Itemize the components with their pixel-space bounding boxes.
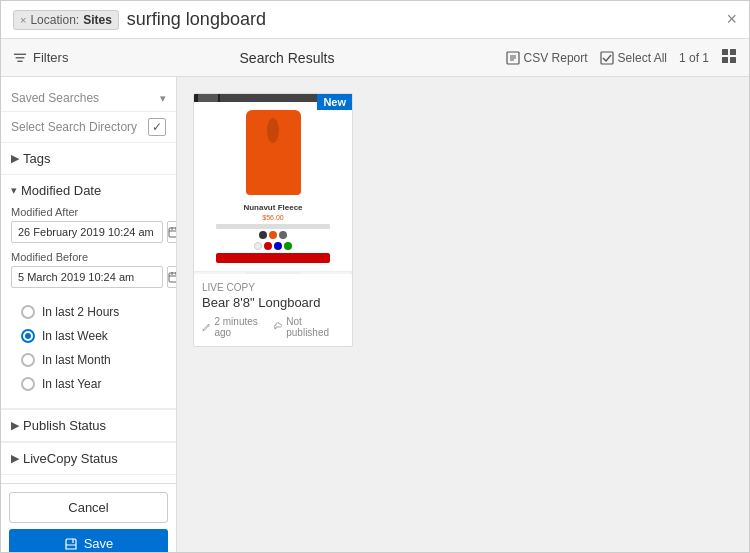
modified-date-chevron-icon: ▾ — [11, 184, 17, 197]
cancel-button[interactable]: Cancel — [9, 492, 168, 523]
svg-rect-10 — [722, 57, 728, 63]
search-directory-checkbox[interactable]: ✓ — [148, 118, 166, 136]
save-label: Save — [84, 536, 114, 551]
livecopy-status-chevron-icon: ▶ — [11, 452, 19, 465]
card-info: LIVE COPY Bear 8'8" Longboard 2 minutes … — [194, 274, 352, 346]
sidebar-content: Saved Searches ▾ Select Search Directory… — [1, 77, 176, 483]
livecopy-status-section-header[interactable]: ▶ LiveCopy Status — [1, 442, 176, 475]
main-area: Saved Searches ▾ Select Search Directory… — [1, 77, 749, 552]
livecopy-status-label: LiveCopy Status — [23, 451, 118, 466]
location-label: Location: — [30, 13, 79, 27]
save-button[interactable]: Save — [9, 529, 168, 552]
modified-after-row — [11, 221, 166, 243]
location-value: Sites — [83, 13, 112, 27]
radio-2h[interactable]: In last 2 Hours — [11, 300, 166, 324]
modified-date-section: ▾ Modified Date Modified After — [1, 175, 176, 409]
card-name: Bear 8'8" Longboard — [202, 295, 344, 310]
select-all-icon — [600, 51, 614, 65]
pencil-icon — [202, 322, 211, 332]
modified-before-row — [11, 266, 166, 288]
sidebar: Saved Searches ▾ Select Search Directory… — [1, 77, 177, 552]
svg-rect-7 — [601, 52, 613, 64]
grid-icon-svg — [721, 48, 737, 64]
page-title: surfing longboard — [127, 9, 719, 30]
publish-status-section-header[interactable]: ▶ Publish Status — [1, 409, 176, 442]
svg-rect-0 — [14, 53, 26, 54]
modified-after-input[interactable] — [11, 221, 163, 243]
location-close-icon[interactable]: × — [20, 14, 26, 26]
svg-line-20 — [208, 325, 209, 326]
radio-year[interactable]: In last Year — [11, 372, 166, 396]
results-grid: New — [193, 93, 733, 347]
publish-status-label: Publish Status — [23, 418, 106, 433]
top-bar: × Location: Sites surfing longboard × — [1, 1, 749, 39]
modified-date-label: Modified Date — [21, 183, 101, 198]
tags-chevron-icon: ▶ — [11, 152, 19, 165]
radio-label-year: In last Year — [42, 377, 101, 391]
svg-rect-8 — [722, 49, 728, 55]
radio-dot-week — [25, 333, 31, 339]
saved-searches-chevron-icon: ▾ — [160, 92, 166, 105]
radio-week[interactable]: In last Week — [11, 324, 166, 348]
page-count: 1 of 1 — [679, 51, 709, 65]
select-all-label: Select All — [618, 51, 667, 65]
card-time-text: 2 minutes ago — [214, 316, 273, 338]
radio-circle-month — [21, 353, 35, 367]
modified-date-header[interactable]: ▾ Modified Date — [11, 183, 166, 198]
saved-searches-label: Saved Searches — [11, 91, 160, 105]
filter-icon — [13, 51, 27, 65]
close-icon[interactable]: × — [726, 9, 737, 30]
live-copy-label: LIVE COPY — [202, 282, 344, 293]
svg-rect-9 — [730, 49, 736, 55]
svg-rect-1 — [16, 57, 25, 58]
card-meta: 2 minutes ago Not published — [202, 316, 344, 338]
modified-after-label: Modified After — [11, 206, 166, 218]
modified-after-calendar-icon[interactable] — [167, 221, 177, 243]
checkmark-icon: ✓ — [152, 120, 162, 134]
csv-icon — [506, 51, 520, 65]
sidebar-buttons: Cancel Save — [1, 483, 176, 552]
content-area: New — [177, 77, 749, 552]
radio-circle-week — [21, 329, 35, 343]
sub-bar: Filters Search Results CSV Report S — [1, 39, 749, 77]
csv-report-button[interactable]: CSV Report — [506, 51, 588, 65]
tags-section-header[interactable]: ▶ Tags — [1, 143, 176, 175]
search-directory-label: Select Search Directory — [11, 120, 142, 134]
tags-label: Tags — [23, 151, 50, 166]
svg-rect-11 — [730, 57, 736, 63]
search-directory-row[interactable]: Select Search Directory ✓ — [1, 112, 176, 143]
result-card[interactable]: New — [193, 93, 353, 347]
svg-rect-2 — [17, 60, 22, 61]
filters-button[interactable]: Filters — [13, 50, 68, 65]
card-status-text: Not published — [286, 316, 344, 338]
radio-label-month: In last Month — [42, 353, 111, 367]
radio-circle-2h — [21, 305, 35, 319]
sub-bar-right: CSV Report Select All 1 of 1 — [506, 48, 737, 67]
select-all-button[interactable]: Select All — [600, 51, 667, 65]
radio-month[interactable]: In last Month — [11, 348, 166, 372]
saved-searches-row[interactable]: Saved Searches ▾ — [1, 85, 176, 112]
cloud-icon — [274, 322, 283, 332]
card-status: Not published — [274, 316, 344, 338]
search-results-label: Search Results — [68, 50, 505, 66]
time-range-radio-group: In last 2 Hours In last Week In last Mon… — [11, 296, 166, 400]
location-tag[interactable]: × Location: Sites — [13, 10, 119, 30]
app-window: × Location: Sites surfing longboard × Fi… — [0, 0, 750, 553]
new-badge: New — [317, 94, 352, 110]
grid-view-icon[interactable] — [721, 48, 737, 67]
card-image-area: New — [194, 94, 352, 274]
save-icon — [64, 537, 78, 551]
radio-circle-year — [21, 377, 35, 391]
modified-before-label: Modified Before — [11, 251, 166, 263]
radio-label-week: In last Week — [42, 329, 108, 343]
product-image: Nunavut Fleece $56.00 — [194, 94, 352, 274]
radio-label-2h: In last 2 Hours — [42, 305, 119, 319]
filters-label: Filters — [33, 50, 68, 65]
modified-before-calendar-icon[interactable] — [167, 266, 177, 288]
publish-status-chevron-icon: ▶ — [11, 419, 19, 432]
csv-report-label: CSV Report — [524, 51, 588, 65]
card-time: 2 minutes ago — [202, 316, 274, 338]
modified-before-input[interactable] — [11, 266, 163, 288]
